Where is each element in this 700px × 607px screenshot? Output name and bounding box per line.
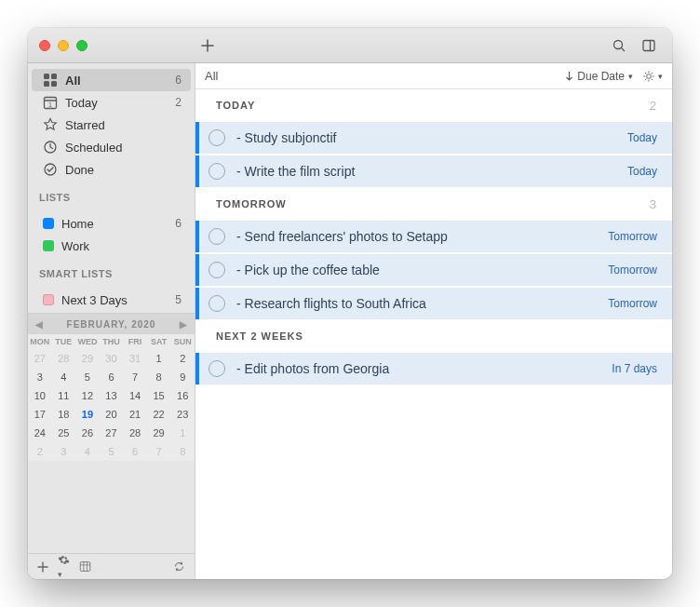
calendar-day[interactable]: 22 [147, 405, 171, 424]
calendar-day[interactable]: 27 [100, 424, 124, 442]
svg-rect-2 [44, 74, 49, 79]
calendar-day[interactable]: 2 [28, 442, 52, 461]
task-checkbox[interactable] [209, 295, 225, 312]
task-due: In 7 days [612, 362, 657, 375]
task-row[interactable]: - Write the film scriptToday [195, 155, 672, 188]
task-due: Tomorrow [608, 263, 657, 277]
sync-icon [173, 560, 185, 573]
calendar-day[interactable]: 9 [170, 368, 195, 386]
calendar-day[interactable]: 23 [170, 405, 195, 424]
calendar-day[interactable]: 24 [28, 424, 52, 442]
star-icon [43, 117, 58, 132]
task-row[interactable]: - Edit photos from GeorgiaIn 7 days [195, 352, 672, 385]
calendar-day[interactable]: 5 [75, 368, 100, 386]
calendar-toggle-button[interactable] [79, 560, 91, 573]
sort-arrow-icon [565, 71, 573, 81]
sidebar-item-today[interactable]: 1Today2 [32, 91, 191, 114]
calendar-day[interactable]: 21 [123, 405, 147, 424]
calendar-day[interactable]: 20 [100, 405, 124, 424]
calendar-day[interactable]: 4 [52, 368, 76, 386]
calendar-day[interactable]: 11 [52, 386, 76, 405]
calendar-day[interactable]: 7 [123, 368, 147, 386]
task-accent [195, 254, 199, 286]
clock-icon [43, 140, 58, 155]
calendar-day[interactable]: 7 [147, 442, 171, 461]
sidebar-smartlist-next3[interactable]: Next 3 Days5 [32, 289, 191, 311]
check-icon [43, 162, 58, 177]
search-button[interactable] [607, 34, 631, 58]
calendar-day[interactable]: 29 [147, 424, 171, 442]
calendar-day[interactable]: 3 [28, 368, 52, 386]
section-title: TOMORROW [216, 198, 287, 209]
calendar-dow: THU [100, 334, 124, 349]
task-row[interactable]: - Study subjonctifToday [195, 121, 672, 155]
calendar-day[interactable]: 31 [123, 349, 147, 368]
settings-button[interactable]: ▾ [58, 554, 70, 580]
calendar-day[interactable]: 8 [170, 442, 195, 461]
task-checkbox[interactable] [209, 360, 225, 377]
calendar-day[interactable]: 17 [28, 405, 52, 424]
task-due: Tomorrow [608, 297, 657, 310]
sort-dropdown[interactable]: Due Date ▾ [565, 70, 633, 83]
section-count: 3 [650, 197, 657, 211]
task-checkbox[interactable] [209, 262, 225, 278]
calendar-dow: SAT [147, 334, 171, 349]
zoom-window-button[interactable] [76, 40, 88, 51]
sync-button[interactable] [173, 560, 185, 573]
calendar-day[interactable]: 16 [170, 386, 195, 405]
list-color-swatch [43, 240, 54, 251]
close-window-button[interactable] [39, 40, 50, 51]
sidebar-item-label: Done [65, 163, 94, 177]
calendar-day[interactable]: 19 [75, 405, 100, 424]
sidebar-list-home[interactable]: Home6 [32, 212, 191, 235]
sidebar-item-count: 6 [175, 217, 182, 230]
calendar-day[interactable]: 1 [170, 424, 195, 442]
calendar-day[interactable]: 6 [123, 442, 147, 461]
toggle-panel-button[interactable] [637, 34, 661, 58]
task-checkbox[interactable] [209, 163, 225, 180]
grid-icon [43, 73, 58, 88]
calendar-day[interactable]: 15 [147, 386, 171, 405]
calendar-day[interactable]: 10 [28, 386, 52, 405]
task-row[interactable]: - Research flights to South AfricaTomorr… [195, 287, 672, 320]
sidebar-item-scheduled[interactable]: Scheduled [32, 136, 191, 158]
calendar-day[interactable]: 25 [52, 424, 76, 442]
task-accent [195, 122, 199, 154]
calendar-day[interactable]: 14 [123, 386, 147, 405]
main-panel: All Due Date ▾ ▾ TODAY2- Study subjoncti… [195, 63, 672, 579]
calendar-day[interactable]: 4 [75, 442, 100, 461]
task-accent [195, 155, 199, 187]
calendar-day[interactable]: 3 [52, 442, 76, 461]
plus-icon [200, 38, 215, 53]
sidebar-item-label: Starred [65, 118, 105, 132]
add-list-button[interactable] [37, 561, 48, 573]
minimize-window-button[interactable] [58, 40, 69, 51]
calendar-day[interactable]: 30 [100, 349, 124, 368]
task-row[interactable]: - Send freelancers' photos to SetappTomo… [195, 220, 672, 253]
task-checkbox[interactable] [209, 129, 225, 146]
sidebar-item-label: Home [61, 217, 94, 231]
calendar-day[interactable]: 1 [147, 349, 171, 368]
sidebar-item-done[interactable]: Done [32, 158, 191, 181]
calendar-day[interactable]: 8 [147, 368, 171, 386]
calendar-prev-month[interactable]: ◀ [30, 319, 48, 330]
calendar-day[interactable]: 12 [75, 386, 100, 405]
calendar-day[interactable]: 13 [100, 386, 124, 405]
display-options-dropdown[interactable]: ▾ [642, 70, 663, 83]
calendar-day[interactable]: 27 [28, 349, 52, 368]
task-checkbox[interactable] [209, 228, 225, 245]
sidebar-item-all[interactable]: All6 [32, 69, 191, 91]
calendar-day[interactable]: 18 [52, 405, 76, 424]
task-row[interactable]: - Pick up the coffee tableTomorrow [195, 253, 672, 287]
calendar-day[interactable]: 6 [100, 368, 124, 386]
calendar-day[interactable]: 26 [75, 424, 100, 442]
calendar-day[interactable]: 28 [52, 349, 76, 368]
sidebar-item-starred[interactable]: Starred [32, 114, 191, 136]
calendar-day[interactable]: 29 [75, 349, 100, 368]
calendar-day[interactable]: 2 [170, 349, 195, 368]
calendar-day[interactable]: 5 [100, 442, 124, 461]
calendar-day[interactable]: 28 [123, 424, 147, 442]
sidebar-list-work[interactable]: Work [32, 235, 191, 257]
calendar-next-month[interactable]: ▶ [174, 319, 193, 330]
add-task-button[interactable] [195, 34, 220, 58]
